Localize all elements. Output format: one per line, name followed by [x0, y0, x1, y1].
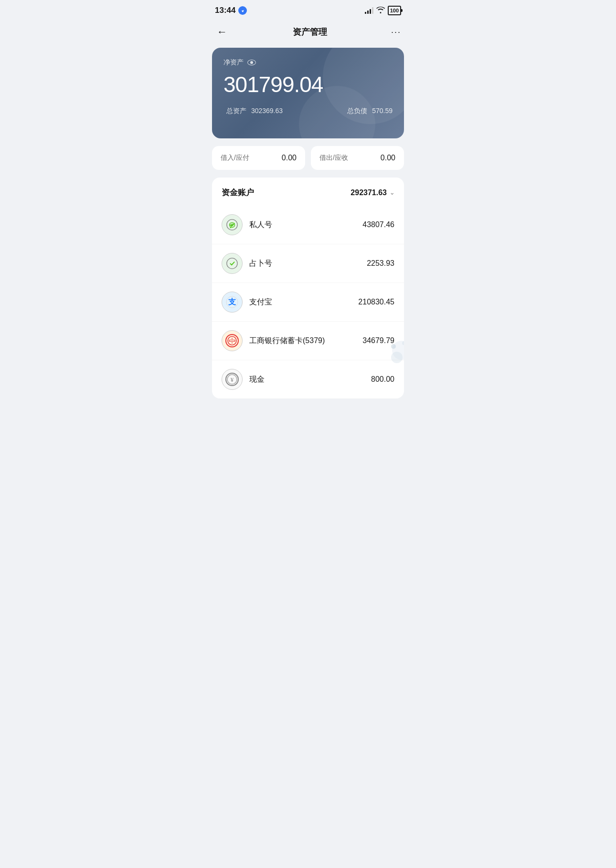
status-bar: 13:44 100: [205, 0, 411, 19]
status-time-group: 13:44: [215, 6, 247, 15]
account-name: 支付宝: [249, 297, 351, 307]
svg-point-3: [227, 258, 237, 269]
more-button[interactable]: ···: [391, 27, 401, 37]
net-assets-card: 净资产 301799.04 总资产 302369.63 总负债 570.59: [212, 48, 404, 138]
section-total-value: 292371.63: [350, 188, 387, 197]
status-right: 100: [365, 6, 401, 15]
account-value: 2253.93: [367, 259, 394, 268]
page-title: 资产管理: [293, 26, 327, 38]
section-title: 资金账户: [222, 187, 254, 198]
account-value: 210830.45: [358, 298, 394, 306]
back-button[interactable]: ←: [215, 24, 229, 40]
alipay-icon: 支: [222, 292, 243, 313]
borrow-row: 借入/应付 0.00 借出/应收 0.00: [212, 146, 404, 170]
section-header: 资金账户 292371.63 ⌄: [212, 178, 404, 206]
section-total-group[interactable]: 292371.63 ⌄: [350, 188, 394, 197]
accounts-section: 资金账户 292371.63 ⌄ 私人号 43807.46: [212, 178, 404, 398]
wechat-icon: [222, 214, 243, 235]
list-item[interactable]: 工商银行储蓄卡(5379) 34679.79: [212, 321, 404, 360]
page-header: ← 资产管理 ···: [205, 19, 411, 48]
total-assets: 总资产 302369.63: [223, 107, 283, 115]
list-item[interactable]: 私人号 43807.46: [212, 206, 404, 244]
list-item[interactable]: 支 支付宝 210830.45: [212, 282, 404, 321]
cash-icon: ¥: [222, 369, 243, 390]
wifi-icon: [376, 7, 385, 15]
account-value: 43807.46: [362, 220, 394, 229]
borrow-out-value: 0.00: [381, 154, 395, 162]
borrow-out-label: 借出/应收: [319, 154, 348, 162]
account-name: 私人号: [249, 220, 356, 230]
borrow-in-card[interactable]: 借入/应付 0.00: [212, 146, 305, 170]
net-assets-label: 净资产: [223, 58, 244, 67]
account-name: 工商银行储蓄卡(5379): [249, 336, 356, 346]
borrow-in-value: 0.00: [282, 154, 297, 162]
borrow-in-label: 借入/应付: [221, 154, 249, 162]
svg-text:支: 支: [228, 298, 236, 306]
location-icon: [238, 6, 247, 15]
signal-icon: [365, 7, 373, 14]
icbc-icon: [222, 330, 243, 351]
account-value: 800.00: [371, 375, 394, 384]
battery-indicator: 100: [388, 6, 401, 15]
borrow-out-card[interactable]: 借出/应收 0.00: [311, 146, 404, 170]
account-name: 现金: [249, 375, 364, 385]
account-name: 占卜号: [249, 259, 360, 269]
svg-point-13: [402, 341, 404, 345]
list-item[interactable]: 占卜号 2253.93: [212, 244, 404, 282]
status-time: 13:44: [215, 6, 235, 15]
wechat-icon: [222, 253, 243, 274]
eye-icon[interactable]: [247, 60, 256, 65]
chevron-down-icon: ⌄: [390, 189, 394, 196]
svg-text:¥: ¥: [231, 376, 234, 383]
account-value: 34679.79: [362, 336, 394, 345]
list-item[interactable]: ¥ 现金 800.00: [212, 360, 404, 398]
